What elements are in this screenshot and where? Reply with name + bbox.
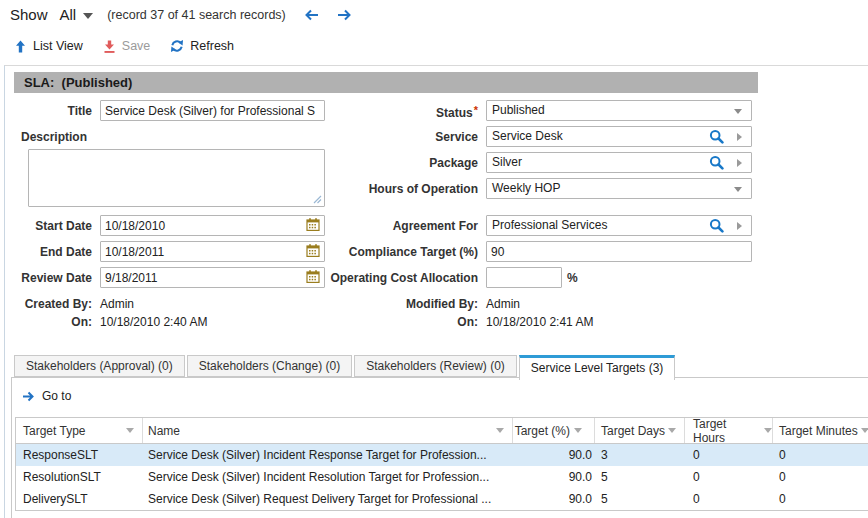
filter-icon[interactable] <box>668 428 676 433</box>
tab-stakeholders-review[interactable]: Stakeholders (Review) (0) <box>354 355 517 377</box>
show-filter-value: All <box>60 6 77 23</box>
package-value: Silver <box>492 155 522 169</box>
go-to-arrow-icon <box>22 391 35 402</box>
agreement-for-value: Professional Services <box>492 218 607 232</box>
list-view-label: List View <box>33 39 83 53</box>
compliance-target-input[interactable] <box>486 241 752 262</box>
action-toolbar: List View Save Refresh <box>14 39 234 53</box>
next-record-button[interactable] <box>337 9 352 21</box>
compliance-target-label: Compliance Target (%) <box>290 245 478 259</box>
record-count-text: (record 37 of 41 search records) <box>107 8 286 22</box>
refresh-label: Refresh <box>190 39 234 53</box>
operating-cost-allocation-label: Operating Cost Allocation <box>290 271 478 285</box>
arrow-left-icon <box>304 9 319 21</box>
service-value: Service Desk <box>492 129 563 143</box>
operating-cost-allocation-input[interactable] <box>486 267 562 288</box>
arrow-up-icon <box>14 40 27 53</box>
column-header-target-hours[interactable]: Target Hours <box>685 418 773 443</box>
package-label: Package <box>290 156 478 170</box>
table-row[interactable]: DeliverySLT Service Desk (Silver) Reques… <box>16 488 868 510</box>
table-row[interactable]: ResolutionSLT Service Desk (Silver) Inci… <box>16 466 868 488</box>
filter-icon[interactable] <box>861 428 868 433</box>
hours-of-operation-select[interactable]: Weekly HOP <box>486 178 752 199</box>
tab-stakeholders-approval[interactable]: Stakeholders (Approval) (0) <box>14 355 185 377</box>
package-lookup[interactable]: Silver <box>486 152 752 173</box>
hours-of-operation-value: Weekly HOP <box>492 181 560 195</box>
end-date-label: End Date <box>0 245 92 259</box>
status-value: Published <box>492 103 545 117</box>
show-label: Show <box>10 6 48 23</box>
slt-table-header: Target Type Name Target (%) Target Days … <box>16 418 868 444</box>
column-header-target-pct[interactable]: Target (%) <box>513 418 595 443</box>
tab-service-level-targets[interactable]: Service Level Targets (3) <box>519 355 676 380</box>
filter-icon[interactable] <box>126 428 134 433</box>
status-label: Status* <box>290 104 478 120</box>
modified-by-label: Modified By: <box>290 297 478 311</box>
lookup-expand-icon[interactable] <box>737 222 742 230</box>
search-icon[interactable] <box>709 129 724 144</box>
service-lookup[interactable]: Service Desk <box>486 126 752 147</box>
created-on-label: On: <box>0 315 92 329</box>
lookup-expand-icon[interactable] <box>737 133 742 141</box>
form-section-header: SLA: (Published) <box>14 72 758 93</box>
column-header-target-minutes[interactable]: Target Minutes <box>773 418 868 443</box>
created-by-label: Created By: <box>0 297 92 311</box>
tab-stakeholders-change[interactable]: Stakeholders (Change) (0) <box>187 355 352 377</box>
modified-by-value: Admin <box>486 297 520 311</box>
record-navigation-bar: Show All (record 37 of 41 search records… <box>10 6 352 23</box>
go-to-link[interactable]: Go to <box>22 389 71 403</box>
required-marker: * <box>474 104 478 116</box>
percent-suffix: % <box>567 271 578 285</box>
created-by-value: Admin <box>100 297 134 311</box>
slt-table: Target Type Name Target (%) Target Days … <box>15 417 868 511</box>
previous-record-button[interactable] <box>304 9 319 21</box>
description-label: Description <box>21 130 87 144</box>
description-textarea[interactable] <box>28 149 325 207</box>
hours-of-operation-label: Hours of Operation <box>290 182 478 196</box>
column-header-target-type[interactable]: Target Type <box>16 418 143 443</box>
service-label: Service <box>290 130 478 144</box>
title-label: Title <box>14 104 92 118</box>
resize-handle-icon[interactable] <box>313 195 322 204</box>
save-label: Save <box>122 39 151 53</box>
lookup-expand-icon[interactable] <box>737 159 742 167</box>
agreement-for-label: Agreement For <box>290 219 478 233</box>
status-select[interactable]: Published <box>486 100 752 121</box>
agreement-for-lookup[interactable]: Professional Services <box>486 215 752 236</box>
modified-on-value: 10/18/2010 2:41 AM <box>486 315 593 329</box>
column-header-name[interactable]: Name <box>143 418 513 443</box>
start-date-label: Start Date <box>0 219 92 233</box>
arrow-right-icon <box>337 9 352 21</box>
chevron-down-icon <box>83 13 93 19</box>
go-to-label: Go to <box>42 389 71 403</box>
filter-icon[interactable] <box>764 428 772 433</box>
chevron-down-icon <box>734 187 742 192</box>
refresh-button[interactable]: Refresh <box>170 39 234 53</box>
chevron-down-icon <box>734 109 742 114</box>
filter-icon[interactable] <box>574 428 582 433</box>
created-on-value: 10/18/2010 2:40 AM <box>100 315 207 329</box>
search-icon[interactable] <box>709 155 724 170</box>
sla-record-page: { "colors": { "accent_blue": "#2273c4", … <box>0 0 868 518</box>
save-icon <box>103 40 116 53</box>
table-row[interactable]: ResponseSLT Service Desk (Silver) Incide… <box>16 444 868 466</box>
save-button[interactable]: Save <box>103 39 151 53</box>
filter-icon[interactable] <box>496 428 504 433</box>
column-header-target-days[interactable]: Target Days <box>595 418 685 443</box>
search-icon[interactable] <box>709 218 724 233</box>
modified-on-label: On: <box>290 315 478 329</box>
list-view-button[interactable]: List View <box>14 39 83 53</box>
show-filter-dropdown[interactable]: All <box>60 6 94 23</box>
review-date-label: Review Date <box>0 271 92 285</box>
refresh-icon <box>170 39 184 53</box>
